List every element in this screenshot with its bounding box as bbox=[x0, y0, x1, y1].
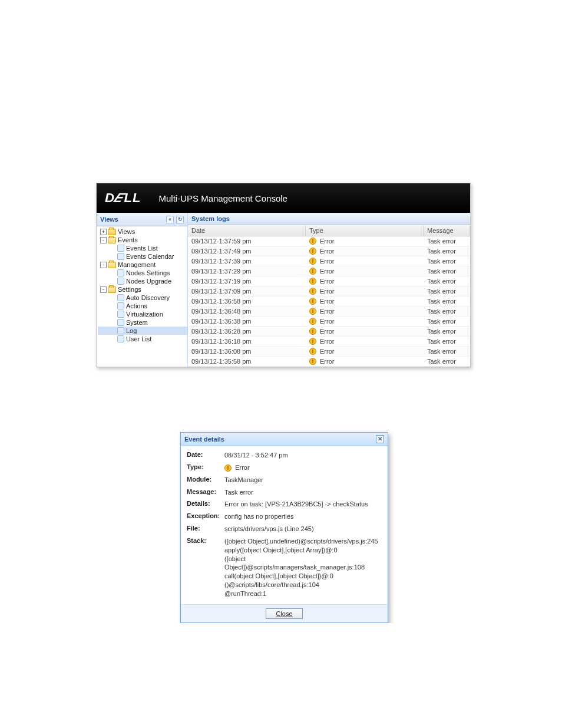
cell-message: Task error bbox=[424, 266, 470, 276]
tree-virtualization[interactable]: Virtualization bbox=[98, 310, 187, 318]
expand-icon[interactable]: + bbox=[100, 229, 107, 235]
node-icon bbox=[117, 327, 124, 334]
col-header-type[interactable]: Type bbox=[306, 225, 424, 236]
collapse-icon[interactable]: - bbox=[100, 262, 107, 268]
cell-date: 09/13/12-1:37:29 pm bbox=[188, 266, 306, 276]
cell-type: !Error bbox=[306, 256, 424, 266]
tree-spacer bbox=[110, 253, 116, 260]
tree-system[interactable]: System bbox=[98, 318, 187, 327]
tree-label: Settings bbox=[118, 286, 141, 293]
tree-spacer bbox=[110, 319, 116, 326]
tree-actions[interactable]: Actions bbox=[98, 302, 187, 310]
warning-icon: ! bbox=[309, 308, 316, 315]
warning-icon: ! bbox=[309, 298, 316, 305]
table-row[interactable]: 09/13/12-1:37:19 pm!ErrorTask error bbox=[188, 276, 470, 286]
cell-date: 09/13/12-1:36:28 pm bbox=[188, 327, 306, 336]
tree-settings[interactable]: -Settings bbox=[98, 285, 187, 294]
table-row[interactable]: 09/13/12-1:36:28 pm!ErrorTask error bbox=[188, 327, 470, 337]
value-module: TaskManager bbox=[224, 476, 382, 485]
warning-icon: ! bbox=[309, 338, 316, 345]
dialog-title: Event details bbox=[184, 436, 224, 443]
table-row[interactable]: 09/13/12-1:36:58 pm!ErrorTask error bbox=[188, 297, 470, 307]
node-icon bbox=[117, 319, 124, 326]
table-row[interactable]: 09/13/12-1:36:18 pm!ErrorTask error bbox=[188, 337, 470, 347]
tree-label: Events bbox=[118, 236, 138, 243]
stack-line: ([object Object],undefined)@scripts/driv… bbox=[224, 537, 382, 546]
table-row[interactable]: 09/13/12-1:36:08 pm!ErrorTask error bbox=[188, 347, 470, 357]
table-row[interactable]: 09/13/12-1:37:39 pm!ErrorTask error bbox=[188, 256, 470, 266]
cell-message: Task error bbox=[424, 246, 470, 256]
table-row[interactable]: 09/13/12-1:36:38 pm!ErrorTask error bbox=[188, 317, 470, 327]
app-title: Multi-UPS Management Console bbox=[158, 193, 287, 203]
cell-type: !Error bbox=[306, 347, 424, 356]
table-row[interactable]: 09/13/12-1:35:58 pm!ErrorTask error bbox=[188, 357, 470, 367]
cell-date: 09/13/12-1:36:08 pm bbox=[188, 347, 306, 356]
col-header-date[interactable]: Date bbox=[188, 225, 306, 236]
tree-events-calendar[interactable]: Events Calendar bbox=[98, 252, 187, 261]
cell-date: 09/13/12-1:37:49 pm bbox=[188, 246, 306, 256]
dell-logo: DELL bbox=[105, 190, 141, 206]
table-row[interactable]: 09/13/12-1:37:29 pm!ErrorTask error bbox=[188, 266, 470, 276]
cell-message: Task error bbox=[424, 327, 470, 336]
table-row[interactable]: 09/13/12-1:37:59 pm!ErrorTask error bbox=[188, 236, 470, 246]
tree-events[interactable]: -Events bbox=[98, 236, 187, 244]
stack-line: call(object Object],[object Object])@:0 bbox=[224, 572, 382, 581]
label-stack: Stack: bbox=[187, 537, 224, 544]
tree-user-list[interactable]: User List bbox=[98, 335, 187, 343]
cell-type: !Error bbox=[306, 266, 424, 276]
tree-nodes-upgrade[interactable]: Nodes Upgrade bbox=[98, 277, 187, 285]
node-icon bbox=[117, 245, 124, 252]
tree-management[interactable]: -Management bbox=[98, 261, 187, 269]
cell-date: 09/13/12-1:37:19 pm bbox=[188, 276, 306, 286]
tree-spacer bbox=[110, 295, 116, 301]
nav-tree: +Views-EventsEvents ListEvents Calendar-… bbox=[97, 226, 187, 349]
warning-icon: ! bbox=[309, 288, 316, 295]
collapse-icon[interactable]: - bbox=[100, 286, 107, 293]
tree-label: Events Calendar bbox=[126, 253, 174, 260]
value-exception: config has no properties bbox=[224, 512, 382, 521]
tree-spacer bbox=[110, 303, 116, 309]
tree-log[interactable]: Log bbox=[98, 327, 187, 335]
sidebar-refresh-icon[interactable]: ↻ bbox=[176, 216, 184, 223]
tree-auto-discovery[interactable]: Auto Discovery bbox=[98, 294, 187, 302]
node-icon bbox=[117, 269, 124, 276]
warning-icon: ! bbox=[309, 258, 316, 265]
tree-views[interactable]: +Views bbox=[98, 228, 187, 236]
label-message: Message: bbox=[187, 488, 224, 495]
table-row[interactable]: 09/13/12-1:37:49 pm!ErrorTask error bbox=[188, 246, 470, 256]
label-type: Type: bbox=[187, 463, 224, 470]
warning-icon: ! bbox=[309, 238, 316, 245]
close-icon[interactable]: ✕ bbox=[376, 435, 384, 443]
col-header-message[interactable]: Message bbox=[424, 225, 470, 236]
sidebar-collapse-icon[interactable]: « bbox=[166, 216, 174, 223]
tree-nodes-settings[interactable]: Nodes Settings bbox=[98, 269, 187, 277]
cell-type: !Error bbox=[306, 327, 424, 336]
cell-message: Task error bbox=[424, 337, 470, 346]
cell-message: Task error bbox=[424, 276, 470, 286]
cell-date: 09/13/12-1:37:59 pm bbox=[188, 236, 306, 246]
close-button[interactable]: Close bbox=[266, 608, 302, 619]
cell-type: !Error bbox=[306, 236, 424, 246]
tree-spacer bbox=[110, 328, 116, 334]
label-exception: Exception: bbox=[187, 512, 224, 519]
cell-type: !Error bbox=[306, 337, 424, 346]
cell-message: Task error bbox=[424, 297, 470, 306]
tree-spacer bbox=[110, 311, 116, 318]
cell-date: 09/13/12-1:37:39 pm bbox=[188, 256, 306, 266]
tree-events-list[interactable]: Events List bbox=[98, 244, 187, 252]
grid-title: System logs bbox=[188, 213, 470, 225]
table-row[interactable]: 09/13/12-1:36:48 pm!ErrorTask error bbox=[188, 307, 470, 317]
warning-icon: ! bbox=[309, 318, 316, 325]
tree-label: Management bbox=[118, 261, 156, 268]
value-stack: ([object Object],undefined)@scripts/driv… bbox=[224, 537, 382, 598]
node-icon bbox=[117, 294, 124, 301]
cell-date: 09/13/12-1:36:18 pm bbox=[188, 337, 306, 346]
warning-icon: ! bbox=[309, 278, 316, 285]
warning-icon: ! bbox=[309, 328, 316, 335]
collapse-icon[interactable]: - bbox=[100, 237, 107, 243]
event-details-dialog: Event details ✕ Date: 08/31/12 - 3:52:47… bbox=[180, 432, 388, 623]
table-row[interactable]: 09/13/12-1:37:09 pm!ErrorTask error bbox=[188, 286, 470, 297]
tree-label: System bbox=[126, 319, 148, 326]
folder-icon bbox=[108, 229, 116, 235]
cell-type: !Error bbox=[306, 357, 424, 366]
